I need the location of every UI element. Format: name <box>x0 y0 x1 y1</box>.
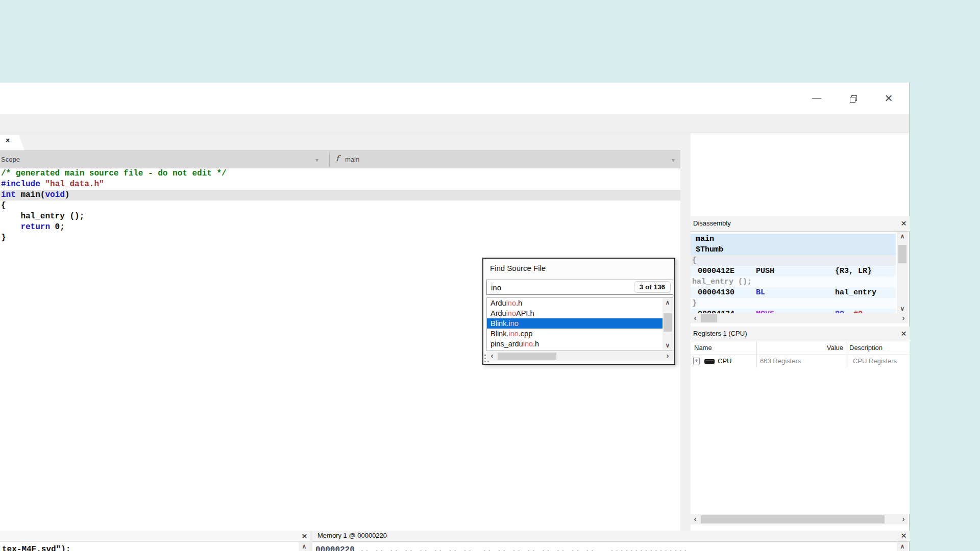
restore-button[interactable] <box>841 91 865 106</box>
disassembly-row[interactable]: } <box>691 298 896 309</box>
code-segment: hal_entry (); <box>1 212 84 221</box>
code-line: int main(void) <box>0 190 680 201</box>
disassembly-row[interactable]: $Thumb <box>691 244 896 255</box>
match-count-badge: 3 of 136 <box>634 281 671 293</box>
scrollbar-thumb[interactable] <box>664 313 672 332</box>
results-vertical-scrollbar[interactable]: ∧ ∨ <box>663 298 673 350</box>
registers-horizontal-scrollbar[interactable]: ‹ › <box>691 514 908 524</box>
disassembly-source-line: } <box>692 298 697 309</box>
scroll-up-icon[interactable]: ∧ <box>897 542 908 551</box>
memory-row: 00000220 .. .. .. .. .. .. .. .. .. .. .… <box>315 545 897 551</box>
disassembly-panel[interactable]: main$Thumb{0000412EPUSH{R3, LR}hal_entry… <box>691 232 896 313</box>
console-titlebar: × <box>0 531 312 542</box>
disassembly-label: $Thumb <box>696 244 723 255</box>
vertical-splitter[interactable] <box>680 133 691 531</box>
code-segment: } <box>1 233 6 242</box>
register-row-cpu[interactable]: + CPU 663 Registers CPU Registers <box>691 355 910 368</box>
find-source-file-dialog: Find Source File T F G C ← → ino 3 of 13… <box>482 258 675 365</box>
editor-tab[interactable] <box>0 135 24 151</box>
memory-vertical-scrollbar[interactable]: ∧ <box>897 542 908 551</box>
memory-titlebar: Memory 1 @ 00000220 × <box>312 531 910 542</box>
tab-close-icon[interactable]: × <box>6 136 10 144</box>
column-header-name[interactable]: Name <box>694 344 712 352</box>
find-result-item[interactable]: ArduinoAPI.h <box>487 308 673 318</box>
instruction-address: 00004130 <box>698 287 734 298</box>
function-icon: f <box>336 154 339 163</box>
resize-grip[interactable] <box>484 354 491 364</box>
scroll-down-icon[interactable]: ∨ <box>897 304 908 313</box>
column-header-value[interactable]: Value <box>756 344 843 352</box>
scroll-right-icon[interactable]: › <box>899 514 908 524</box>
window-titlebar: — × <box>0 83 909 114</box>
code-segment: main( <box>20 190 45 199</box>
disassembly-row[interactable]: { <box>691 255 896 266</box>
console-panel[interactable]: tex-M4F.svd");tex-M4F.svd" was found at … <box>0 542 299 551</box>
code-segment: /* generated main source file - do not e… <box>1 169 227 178</box>
result-match-text: ino <box>508 319 518 328</box>
disassembly-row[interactable]: hal_entry (); <box>691 277 896 287</box>
scroll-left-icon[interactable]: ‹ <box>691 514 700 524</box>
restore-icon <box>850 95 856 102</box>
column-header-description[interactable]: Description <box>849 344 883 352</box>
result-text: Blink. <box>491 319 508 328</box>
find-result-item[interactable]: pins_arduino.h <box>487 339 673 349</box>
disassembly-source-line: hal_entry (); <box>692 277 752 287</box>
function-dropdown-icon[interactable]: ▾ <box>672 157 675 164</box>
results-horizontal-scrollbar[interactable]: ‹ › <box>486 352 673 361</box>
scroll-up-icon[interactable]: ∧ <box>897 232 908 241</box>
registers-close-icon[interactable]: × <box>901 328 906 339</box>
scroll-right-icon[interactable]: › <box>899 313 908 323</box>
scroll-down-icon[interactable]: ∨ <box>662 341 673 350</box>
find-search-input[interactable]: ino 3 of 136 <box>486 280 673 295</box>
find-results-list[interactable]: Arduino.hArduinoAPI.hBlink.inoBlink.ino.… <box>486 297 673 350</box>
disassembly-vertical-scrollbar[interactable]: ∧ ∨ <box>897 232 908 313</box>
expand-icon[interactable]: + <box>693 358 700 364</box>
registers-header-row: Name Value Description <box>691 341 910 355</box>
console-vertical-scrollbar[interactable]: ∧ <box>299 542 310 551</box>
disassembly-row[interactable]: main <box>691 234 896 244</box>
result-match-text: ino <box>508 330 518 338</box>
result-text: Blink. <box>491 330 508 338</box>
scrollbar-thumb[interactable] <box>498 353 556 360</box>
registers-panel: Name Value Description + CPU 663 Registe… <box>691 341 910 514</box>
scroll-up-icon[interactable]: ∧ <box>299 542 310 551</box>
code-segment: { <box>1 201 6 210</box>
scroll-up-icon[interactable]: ∧ <box>662 298 673 307</box>
scrollbar-thumb[interactable] <box>898 245 906 263</box>
disassembly-horizontal-scrollbar[interactable]: ‹ › <box>691 313 908 323</box>
instruction-operands: {R3, LR} <box>835 266 872 277</box>
disassembly-row[interactable]: 00004130BLhal_entry <box>691 287 896 298</box>
code-line: /* generated main source file - do not e… <box>0 168 680 179</box>
close-button[interactable]: × <box>877 91 900 106</box>
disassembly-close-icon[interactable]: × <box>901 218 906 229</box>
code-segment: "hal_data.h" <box>45 180 104 189</box>
debugger-window: — × × Scope ▾ f main ▾ /* generated main… <box>0 83 910 551</box>
scroll-left-icon[interactable]: ‹ <box>691 313 700 323</box>
instruction-mnemonic: BL <box>756 287 765 298</box>
minimize-button[interactable]: — <box>805 91 828 106</box>
disassembly-row[interactable]: 00004134MOVSR0, #0 <box>691 309 896 313</box>
memory-panel[interactable]: 00000220 .. .. .. .. .. .. .. .. .. .. .… <box>312 542 897 551</box>
code-line: #include "hal_data.h" <box>0 179 680 190</box>
code-line: { <box>0 201 680 211</box>
scroll-right-icon[interactable]: › <box>663 351 672 361</box>
disassembly-label: main <box>696 234 714 244</box>
console-close-icon[interactable]: × <box>302 531 307 542</box>
instruction-address: 00004134 <box>698 309 734 313</box>
scrollbar-thumb[interactable] <box>701 515 885 523</box>
instruction-address: 0000412E <box>698 266 734 277</box>
memory-close-icon[interactable]: × <box>901 530 906 541</box>
find-result-item[interactable]: Arduino.h <box>487 298 673 308</box>
find-result-item[interactable]: Blink.ino.cpp <box>487 329 673 339</box>
find-result-item[interactable]: Blink.ino <box>487 318 673 329</box>
cpu-chip-icon <box>704 359 715 364</box>
scope-label: Scope <box>1 156 20 163</box>
result-text: Ardu <box>491 309 506 317</box>
disassembly-source-line: { <box>692 255 697 266</box>
instruction-mnemonic: PUSH <box>756 266 774 277</box>
disassembly-row[interactable]: 0000412EPUSH{R3, LR} <box>691 266 896 277</box>
scope-dropdown-icon[interactable]: ▾ <box>315 157 318 164</box>
code-line: return 0; <box>0 222 680 233</box>
scrollbar-thumb[interactable] <box>701 314 717 322</box>
scopebar-divider <box>329 153 330 166</box>
